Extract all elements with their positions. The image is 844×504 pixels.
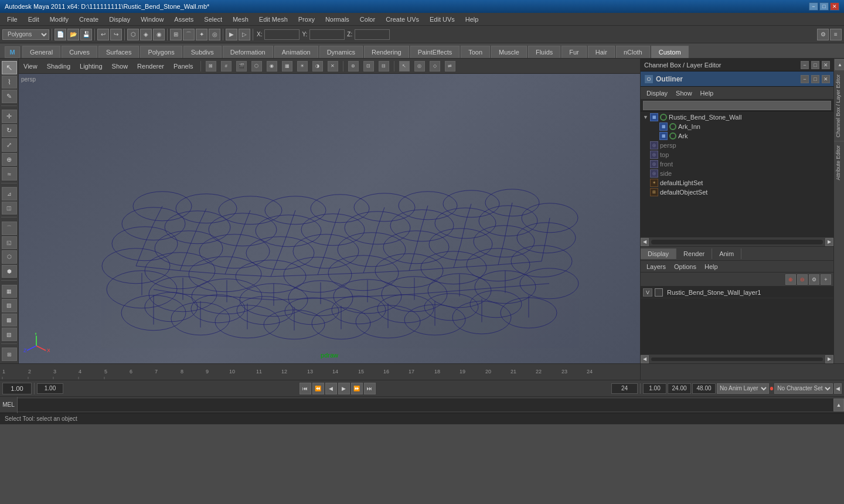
tree-item-root[interactable]: ▼ ▦ Rustic_Bend_Stone_Wall <box>642 113 832 122</box>
vp-btn-grid[interactable]: # <box>221 61 232 71</box>
vp-btn-lights[interactable]: ☀ <box>297 61 308 71</box>
tab-hair[interactable]: Hair <box>588 46 615 58</box>
cb-minimize[interactable]: − <box>801 61 809 69</box>
toolbar-render[interactable]: ▶ <box>226 29 237 40</box>
scrollbar-track-h[interactable] <box>651 240 823 244</box>
pb-step-fwd[interactable]: ⏩ <box>351 383 363 394</box>
tree-item-ark[interactable]: ▦ Ark <box>642 131 832 141</box>
pb-step-back[interactable]: ⏪ <box>312 383 324 394</box>
scroll-left[interactable]: ◀ <box>641 238 649 246</box>
layer-row-1[interactable]: V Rustic_Bend_Stone_Wall_layer1 <box>641 287 833 298</box>
layer-add-selected-btn[interactable]: + <box>821 274 831 285</box>
toolbar-snap-curve[interactable]: ⌒ <box>183 29 195 40</box>
tree-expand-root[interactable]: ▼ <box>643 114 650 120</box>
toolbar-extra1[interactable]: ⚙ <box>817 29 829 40</box>
vp-btn-share[interactable]: ⇌ <box>445 61 455 71</box>
tab-fur[interactable]: Fur <box>561 46 587 58</box>
tool-rotate[interactable]: ↻ <box>2 124 17 138</box>
tree-item-default-light-set[interactable]: ☀ defaultLightSet <box>642 178 832 188</box>
layer-menu-help[interactable]: Help <box>701 263 722 271</box>
layer-render-toggle[interactable] <box>655 288 663 297</box>
outliner-close[interactable]: ✕ <box>822 75 830 83</box>
vp-btn-camera[interactable]: ⊠ <box>206 61 216 71</box>
maximize-button[interactable]: □ <box>819 2 829 11</box>
menu-color[interactable]: Color <box>355 15 380 24</box>
scroll-right[interactable]: ▶ <box>825 238 833 246</box>
vp-menu-view[interactable]: View <box>21 62 40 71</box>
character-set-dropdown[interactable]: No Character Set <box>774 383 833 394</box>
vp-menu-renderer[interactable]: Renderer <box>135 62 166 71</box>
vp-btn-wireframe[interactable]: ⬡ <box>251 61 262 71</box>
tab-fluids[interactable]: Fluids <box>528 46 560 58</box>
tab-muscle[interactable]: Muscle <box>491 46 527 58</box>
tab-deformation[interactable]: Deformation <box>223 46 273 58</box>
tab-rendering[interactable]: Rendering <box>364 46 409 58</box>
tool-soft-mod[interactable]: ≈ <box>2 167 17 181</box>
tool-show-manip[interactable]: ⊿ <box>2 187 17 200</box>
vp-btn-sel[interactable]: ↖ <box>399 61 410 71</box>
menu-normals[interactable]: Normals <box>321 15 354 24</box>
cb-close[interactable]: ✕ <box>822 61 830 69</box>
close-button[interactable]: ✕ <box>830 2 839 11</box>
viewport-canvas[interactable]: persp .wire { stroke: #1a1a6e; stroke-wi… <box>19 74 640 363</box>
toolbar-snap-grid[interactable]: ⊞ <box>170 29 182 40</box>
range-end-input[interactable] <box>611 383 638 394</box>
tab-subdivs[interactable]: Subdivs <box>183 46 222 58</box>
script-expand-btn[interactable]: ▲ <box>833 399 844 411</box>
mode-dropdown[interactable]: Polygons <box>2 29 49 40</box>
layer-tab-anim[interactable]: Anim <box>712 248 741 259</box>
layer-menu-options[interactable]: Options <box>671 263 700 271</box>
vp-menu-lighting[interactable]: Lighting <box>77 62 105 71</box>
tree-item-side[interactable]: ◎ side <box>642 169 832 178</box>
cb-maximize[interactable]: □ <box>811 61 819 69</box>
x-coord-input[interactable] <box>264 29 300 40</box>
toolbar-undo[interactable]: ↩ <box>97 29 109 40</box>
tab-ncloth[interactable]: nCloth <box>616 46 650 58</box>
menu-window[interactable]: Window <box>136 15 168 24</box>
toolbar-extra2[interactable]: ≡ <box>830 29 842 40</box>
toolbar-select-by-hierarchy[interactable]: ⬡ <box>127 29 139 40</box>
menu-assets[interactable]: Assets <box>169 15 198 24</box>
vp-btn-isolate[interactable]: ⊚ <box>348 61 359 71</box>
tool-curve[interactable]: ⌒ <box>2 222 17 235</box>
tab-toon[interactable]: Toon <box>461 46 490 58</box>
layer-tab-render[interactable]: Render <box>676 248 712 259</box>
anim-layer-dropdown[interactable]: No Anim Layer <box>717 383 769 394</box>
menu-help[interactable]: Help <box>461 15 484 24</box>
tab-polygons[interactable]: Polygons <box>140 46 182 58</box>
outliner-minimize[interactable]: − <box>801 75 809 83</box>
menu-proxy[interactable]: Proxy <box>294 15 319 24</box>
menu-edit-uvs[interactable]: Edit UVs <box>425 15 460 24</box>
tool-poly[interactable]: ⬡ <box>2 250 17 264</box>
layer-tab-display[interactable]: Display <box>641 248 676 259</box>
vp-btn-smooth[interactable]: ◉ <box>267 61 277 71</box>
tool-layers-1[interactable]: ▦ <box>2 285 17 298</box>
tool-sculpt[interactable]: ⬢ <box>2 265 17 278</box>
z-coord-input[interactable] <box>355 29 390 40</box>
menu-edit[interactable]: Edit <box>23 15 44 24</box>
menu-edit-mesh[interactable]: Edit Mesh <box>254 15 292 24</box>
vp-menu-shading[interactable]: Shading <box>45 62 73 71</box>
pb-current-input[interactable] <box>668 383 691 394</box>
layer-delete-btn[interactable]: ⊖ <box>797 274 808 285</box>
toolbar-save[interactable]: 💾 <box>80 29 92 40</box>
menu-file[interactable]: File <box>2 15 22 24</box>
range-start-input[interactable] <box>37 383 63 394</box>
tab-painteffects[interactable]: PaintEffects <box>410 46 460 58</box>
tool-lasso-select[interactable]: ⌇ <box>2 76 17 89</box>
vp-menu-show[interactable]: Show <box>110 62 131 71</box>
tool-surface[interactable]: ◱ <box>2 236 17 250</box>
vp-btn-xray[interactable]: ✕ <box>328 61 338 71</box>
toolbar-select-by-object[interactable]: ◈ <box>140 29 152 40</box>
current-frame-input[interactable] <box>2 383 32 394</box>
outliner-maximize[interactable]: □ <box>811 75 819 83</box>
toolbar-redo[interactable]: ↪ <box>110 29 122 40</box>
toolbar-snap-surface[interactable]: ◎ <box>209 29 220 40</box>
outl-display[interactable]: Display <box>643 88 671 98</box>
script-input[interactable] <box>18 399 833 411</box>
toolbar-new[interactable]: 📄 <box>55 29 66 40</box>
pb-skip-back[interactable]: ⏮ <box>300 383 311 394</box>
tool-layers-2[interactable]: ▨ <box>2 299 17 312</box>
menu-select[interactable]: Select <box>199 15 227 24</box>
menu-modify[interactable]: Modify <box>45 15 73 24</box>
